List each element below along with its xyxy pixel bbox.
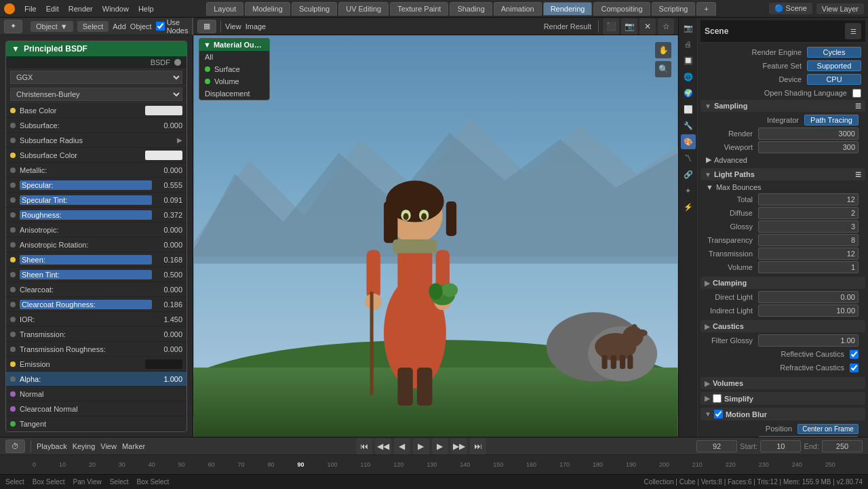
workspace-tab-add[interactable]: + (696, 2, 715, 16)
emission-dot[interactable] (10, 361, 16, 367)
integrator-select[interactable]: Path Tracing (804, 115, 859, 125)
light-paths-options[interactable]: ☰ (855, 171, 861, 178)
prev-keyframe-btn[interactable]: ◀ (394, 438, 410, 454)
next-keyframe-btn[interactable]: ▶ (432, 438, 448, 454)
advanced-subsection[interactable]: ▶ Advanced (703, 154, 863, 165)
view-layer-selector[interactable]: View Layer (816, 3, 864, 14)
roughness-value[interactable]: 0.372 (152, 211, 182, 219)
scene-selector[interactable]: 🔵 Scene (769, 3, 812, 14)
render-editor-type[interactable]: ▦ (197, 20, 216, 33)
filter-glossy-input[interactable] (758, 334, 859, 347)
menu-help[interactable]: Help (138, 5, 154, 13)
metallic-value[interactable]: 0.000 (152, 166, 182, 174)
properties-render-icon[interactable]: 📷 (681, 20, 696, 35)
anisotropic-value[interactable]: 0.000 (152, 226, 182, 234)
viewport-zoom-tool[interactable]: 🔍 (655, 61, 671, 77)
position-select[interactable]: Center on Frame (797, 424, 859, 434)
properties-scene-icon[interactable]: 🌐 (681, 69, 696, 84)
jump-start-btn[interactable]: ⏮ (356, 438, 372, 454)
device-select[interactable]: CPU (807, 74, 861, 85)
menu-file[interactable]: File (24, 5, 37, 13)
clamping-header[interactable]: ▶ Clamping (701, 277, 865, 289)
subsurface-radius-chevron[interactable]: ▶ (177, 136, 182, 144)
render-icon-1[interactable]: ⬛ (603, 18, 619, 35)
total-input[interactable] (758, 193, 859, 206)
scene-options-btn[interactable]: ☰ (845, 23, 861, 39)
marker-menu[interactable]: Marker (122, 442, 145, 450)
tangent-dot[interactable] (10, 421, 16, 427)
diffuse-input[interactable] (758, 207, 859, 219)
render-icon-3[interactable]: ✕ (639, 18, 656, 35)
refractive-caustics-checkbox[interactable] (850, 364, 859, 372)
specular-value[interactable]: 0.555 (152, 181, 182, 189)
view-btn-r[interactable]: View (225, 22, 241, 31)
volumes-header[interactable]: ▶ Volumes (701, 377, 865, 389)
current-frame-input[interactable] (696, 440, 737, 452)
properties-object-icon[interactable]: ⬜ (681, 102, 696, 117)
node-collapse-arrow[interactable]: ▼ (12, 44, 20, 54)
base-color-swatch[interactable] (145, 106, 182, 115)
use-nodes-checkbox[interactable] (156, 22, 165, 31)
transmission-value[interactable]: 0.000 (152, 330, 182, 338)
osl-checkbox[interactable] (852, 89, 861, 98)
timeline-ruler[interactable]: 0 10 20 30 40 50 60 70 80 90 100 110 120… (0, 455, 868, 474)
roughness-label[interactable]: Roughness: (20, 210, 152, 220)
start-frame-input[interactable] (760, 440, 801, 452)
subsurface-color-swatch[interactable] (145, 151, 182, 160)
workspace-tab-layout[interactable]: Layout (206, 2, 243, 16)
timeline-editor-type[interactable]: ⏱ (5, 439, 25, 453)
caustics-header[interactable]: ▶ Caustics (701, 320, 865, 332)
properties-output-icon[interactable]: 🖨 (681, 37, 696, 52)
object-select[interactable]: Object ▼ (31, 21, 73, 32)
workspace-tab-shading[interactable]: Shading (450, 2, 492, 16)
select-mode[interactable]: Select (77, 21, 109, 32)
clearcoat-normal-dot[interactable] (10, 406, 16, 412)
clearcoat-roughness-value[interactable]: 0.186 (152, 300, 182, 309)
glossy-input[interactable] (758, 220, 859, 233)
light-paths-header[interactable]: ▼ Light Paths ☰ (701, 168, 865, 180)
ggx-select[interactable]: GGX Multi-GGX (10, 71, 182, 84)
workspace-tab-uv-editing[interactable]: UV Editing (338, 2, 389, 16)
volume-input[interactable] (758, 261, 859, 273)
alpha-value[interactable]: 1.000 (152, 375, 182, 383)
max-bounces-subsection[interactable]: ▼ Max Bounces (703, 182, 863, 193)
properties-view-layer-icon[interactable]: 🔲 (681, 53, 696, 68)
properties-physics-icon[interactable]: ⚡ (681, 199, 696, 214)
prev-frame-btn[interactable]: ◀◀ (375, 438, 391, 454)
properties-data-icon[interactable]: 〽 (681, 151, 696, 165)
anisotropic-rotation-value[interactable]: 0.000 (152, 241, 182, 249)
menu-render[interactable]: Render (68, 5, 93, 13)
subsurface-color-dot[interactable] (10, 153, 16, 158)
properties-particles-icon[interactable]: ✦ (681, 183, 696, 198)
workspace-tab-sculpting[interactable]: Sculpting (292, 2, 337, 16)
transmission-roughness-value[interactable]: 0.000 (152, 345, 182, 353)
specular-label[interactable]: Specular: (20, 180, 152, 190)
mat-output-volume[interactable]: Volume (199, 75, 269, 87)
bsdf-output-dot[interactable] (174, 59, 181, 66)
base-color-dot[interactable] (10, 108, 16, 113)
reflective-caustics-checkbox[interactable] (850, 350, 859, 359)
workspace-tab-texture-paint[interactable]: Texture Paint (390, 2, 448, 16)
menu-window[interactable]: Window (102, 5, 129, 13)
clearcoat-value[interactable]: 0.000 (152, 286, 182, 294)
play-btn[interactable]: ▶ (413, 438, 429, 454)
workspace-tab-modeling[interactable]: Modeling (245, 2, 290, 16)
direct-light-input[interactable] (758, 291, 859, 303)
sheen-dot[interactable] (10, 257, 16, 262)
render-icon-2[interactable]: 📷 (621, 18, 637, 35)
properties-world-icon[interactable]: 🌍 (681, 85, 696, 100)
specular-tint-value[interactable]: 0.091 (152, 196, 182, 204)
sampling-header[interactable]: ▼ Sampling ☰ (701, 100, 865, 112)
next-frame-btn[interactable]: ▶▶ (451, 438, 467, 454)
indirect-light-input[interactable] (758, 305, 859, 317)
specular-tint-label[interactable]: Specular Tint: (20, 195, 152, 205)
mat-output-surface[interactable]: Surface (199, 63, 269, 75)
transparency-input[interactable] (758, 234, 859, 246)
properties-constraint-icon[interactable]: 🔗 (681, 167, 696, 182)
clearcoat-roughness-label[interactable]: Clearcoat Roughness: (20, 300, 152, 309)
emission-swatch[interactable] (145, 359, 182, 369)
editor-type-btn[interactable]: ✦ (4, 20, 22, 33)
viewport-hand-tool[interactable]: ✋ (655, 42, 671, 58)
menu-edit[interactable]: Edit (46, 5, 59, 13)
properties-material-icon[interactable]: 🎨 (681, 134, 696, 149)
